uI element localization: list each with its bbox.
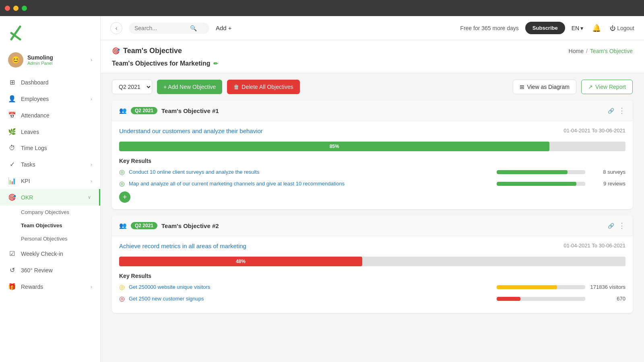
kr-2-1-progress-bar — [497, 285, 585, 289]
sidebar-item-label: Rewards — [21, 284, 86, 290]
user-name: Sumoling — [27, 54, 87, 61]
avatar: 😊 — [8, 52, 23, 68]
objective-1-name: Understand our customers and analyze the… — [119, 128, 263, 134]
page-header: 🎯 Team's Objective Home / Team's Objecti… — [101, 40, 644, 73]
sidebar-item-kpi[interactable]: 📊 KPI › — [0, 173, 100, 189]
kr-2-2-text: Get 2500 new customer signups — [129, 296, 493, 302]
kr-status-icon: ◎ — [119, 168, 125, 176]
objective-1-dates: 01-04-2021 To 30-06-2021 — [564, 128, 625, 134]
sidebar-item-company-objectives[interactable]: Company Objectives — [21, 206, 100, 219]
sidebar-item-team-objectives[interactable]: Team Objectives — [21, 219, 100, 232]
kr-2-2-value: 670 — [589, 296, 625, 302]
page-subtitle-text: Team's Objectives for Marketing — [112, 60, 210, 67]
page-title: 🎯 Team's Objective — [112, 47, 182, 55]
language-selector[interactable]: EN ▾ — [572, 25, 583, 31]
sidebar-item-label: Leaves — [21, 129, 92, 135]
add-objective-button[interactable]: + Add New Objective — [157, 80, 222, 94]
timelogs-icon: ⏱ — [8, 144, 16, 152]
key-result-2-2: ◎ Get 2500 new customer signups 670 — [119, 295, 625, 302]
link-icon[interactable]: 🔗 — [608, 108, 614, 114]
logout-button[interactable]: ⏻ Logout — [610, 25, 634, 31]
trial-text: Free for 365 more days — [460, 25, 519, 31]
quarter-badge: Q2 2021 — [131, 222, 157, 229]
edit-icon[interactable]: ✏ — [213, 60, 218, 67]
sidebar-item-rewards[interactable]: 🎁 Rewards › — [0, 278, 100, 295]
sidebar-item-timelogs[interactable]: ⏱ Time Logs — [0, 140, 100, 156]
sidebar-item-personal-objectives[interactable]: Personal Objectives — [21, 232, 100, 245]
objective-2-name-row: Achieve record metrics in all areas of m… — [119, 243, 625, 253]
user-role: Admin Panel — [27, 61, 87, 66]
more-options-icon[interactable]: ⋮ — [618, 221, 625, 230]
subscribe-button[interactable]: Subscribe — [525, 22, 565, 34]
user-profile[interactable]: 😊 Sumoling Admin Panel › — [0, 48, 100, 74]
sidebar-item-label: Employees — [21, 96, 86, 102]
kr-status-icon: ◎ — [119, 180, 125, 187]
sidebar-item-label: Time Logs — [21, 145, 92, 151]
chevron-down-icon: ∨ — [88, 195, 91, 200]
topbar: ‹ 🔍 Add + Free for 365 more days Subscri… — [101, 16, 644, 40]
kr-2-1-value: 171836 visitors — [589, 284, 625, 290]
sidebar-item-label: Attendance — [21, 112, 92, 119]
review-icon: ↺ — [8, 266, 16, 274]
view-diagram-button[interactable]: ⊞ View as Diagram — [513, 80, 576, 94]
trash-icon: 🗑 — [233, 84, 239, 90]
sidebar-item-tasks[interactable]: ✓ Tasks › — [0, 156, 100, 173]
breadcrumb-home[interactable]: Home — [569, 48, 584, 54]
tasks-icon: ✓ — [8, 160, 16, 168]
objective-card-2: 👥 Q2 2021 Team's Objective #2 🔗 ⋮ Achiev… — [112, 216, 633, 313]
power-icon: ⏻ — [610, 25, 615, 31]
objective-2-dates: 01-04-2021 To 30-06-2021 — [564, 243, 625, 249]
delete-all-label: Delete All Objectives — [242, 84, 293, 90]
minimize-button[interactable] — [13, 6, 19, 11]
key-results-label-1: Key Results — [119, 158, 625, 164]
chevron-right-icon: › — [91, 284, 92, 289]
objective-2-title: Team's Objective #2 — [161, 222, 604, 229]
chevron-down-icon: ▾ — [580, 25, 583, 31]
objective-2-name: Achieve record metrics in all areas of m… — [119, 243, 246, 249]
sidebar: 😊 Sumoling Admin Panel › ⊞ Dashboard 👤 E… — [0, 16, 101, 362]
key-results-label-2: Key Results — [119, 273, 625, 279]
more-options-icon[interactable]: ⋮ — [618, 106, 625, 115]
delete-all-button[interactable]: 🗑 Delete All Objectives — [227, 80, 299, 94]
sidebar-item-leaves[interactable]: 🌿 Leaves — [0, 123, 100, 140]
okr-sub-nav: Company Objectives Team Objectives Perso… — [0, 206, 100, 245]
breadcrumb-separator: / — [586, 48, 588, 54]
kr-1-1-progress-fill — [497, 170, 568, 174]
report-icon: ↗ — [588, 84, 593, 90]
sidebar-item-okr[interactable]: 🎯 OKR ∨ — [0, 189, 100, 206]
notification-icon[interactable]: 🔔 — [590, 24, 603, 33]
kpi-icon: 📊 — [8, 177, 16, 185]
sidebar-nav: ⊞ Dashboard 👤 Employees › 📅 Attendance 🌿… — [0, 74, 100, 362]
kr-1-2-progress-fill — [497, 182, 576, 186]
close-button[interactable] — [5, 6, 10, 11]
page-title-text: Team's Objective — [123, 47, 182, 55]
sidebar-item-dashboard[interactable]: ⊞ Dashboard — [0, 74, 100, 90]
user-group-icon: 👥 — [119, 222, 127, 229]
logo-icon — [8, 24, 26, 42]
link-icon[interactable]: 🔗 — [608, 223, 614, 229]
view-diagram-label: View as Diagram — [527, 84, 570, 90]
sidebar-item-weekly-checkin[interactable]: ☑ Weekly Check-in — [0, 245, 100, 262]
sidebar-item-employees[interactable]: 👤 Employees › — [0, 90, 100, 107]
maximize-button[interactable] — [22, 6, 27, 11]
objective-icon: 🎯 — [112, 47, 120, 55]
objective-1-progress-fill: 85% — [119, 142, 549, 151]
diagram-icon: ⊞ — [520, 84, 524, 90]
sidebar-item-360-review[interactable]: ↺ 360° Review — [0, 262, 100, 278]
kr-2-2-progress-fill — [497, 297, 520, 301]
back-button[interactable]: ‹ — [110, 22, 122, 34]
objective-2-progress-value: 48% — [236, 259, 246, 264]
employees-icon: 👤 — [8, 95, 16, 103]
view-report-label: View Report — [595, 84, 626, 90]
quarter-selector[interactable]: Q2 2021 Q1 2021 Q3 2021 Q4 2021 — [112, 80, 152, 94]
sidebar-item-label: Tasks — [21, 161, 86, 168]
add-button[interactable]: Add + — [216, 25, 232, 31]
titlebar — [0, 0, 644, 16]
search-input[interactable] — [134, 25, 187, 31]
sidebar-item-attendance[interactable]: 📅 Attendance — [0, 107, 100, 123]
app-container: 😊 Sumoling Admin Panel › ⊞ Dashboard 👤 E… — [0, 16, 644, 362]
view-report-button[interactable]: ↗ View Report — [581, 80, 633, 94]
search-box: 🔍 — [129, 23, 209, 34]
attendance-icon: 📅 — [8, 111, 16, 119]
add-key-result-button-1[interactable]: + — [119, 191, 130, 203]
